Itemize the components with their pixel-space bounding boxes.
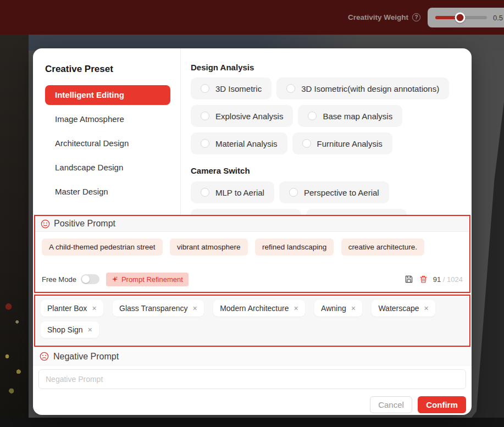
radio-icon (289, 188, 298, 197)
keyword-chip-waterscape[interactable]: Waterscape × (372, 300, 435, 317)
close-icon[interactable]: × (351, 304, 356, 313)
slider-value: 0.5 (493, 14, 503, 22)
background-image-left (0, 35, 29, 418)
creativity-weight-label: Creativity Weight ? (348, 13, 420, 21)
option-label: 3D Isometric (215, 84, 262, 93)
negative-prompt-title: Negative Prompt (53, 352, 119, 362)
app-screenshot: Creativity Weight ? 0.5 Creative Preset … (0, 0, 504, 427)
option-furniture-analysis[interactable]: Furniture Analysis (292, 132, 392, 154)
option-perspective-to-aerial[interactable]: Perspective to Aerial (279, 181, 389, 203)
chip-label: Waterscape (378, 304, 419, 313)
option-label: Explosive Analysis (215, 112, 283, 121)
option-label: 3D Isometric(with design annotations) (301, 84, 439, 93)
background-bottom-strip (0, 418, 504, 427)
sidebar-item-master-design[interactable]: Master Design (45, 182, 170, 202)
confirm-button[interactable]: Confirm (418, 396, 466, 413)
option-label: Material Analysis (215, 139, 278, 148)
option-3d-isometric[interactable]: 3D Isometric (191, 77, 272, 99)
camera-switch-options: MLP to Aerial Perspective to Aerial Aeri… (191, 181, 464, 215)
positive-prompt-section: Positive Prompt A child-themed pedestria… (34, 215, 470, 293)
radio-icon (201, 112, 209, 120)
keyword-chip-modern-architecture[interactable]: Modern Architecture × (213, 300, 304, 317)
char-count: 91 (433, 275, 441, 284)
prompt-controls-row: Free Mode Prompt Refinement (42, 272, 463, 286)
save-prompt-button[interactable] (405, 275, 413, 284)
option-aerial-to-perspective[interactable]: Aerial to Perspective (191, 209, 301, 215)
negative-prompt-input-wrap (33, 365, 472, 389)
design-analysis-options: 3D Isometric 3D Isometric(with design an… (191, 77, 464, 160)
preset-options-panel: Design Analysis 3D Isometric 3D Isometri… (181, 48, 472, 215)
keyword-chip-shop-sign[interactable]: Shop Sign × (41, 321, 99, 338)
option-mlp-to-aerial[interactable]: MLP to Aerial (191, 181, 274, 203)
close-icon[interactable]: × (293, 304, 298, 313)
option-3d-isometric-annotations[interactable]: 3D Isometric(with design annotations) (276, 77, 449, 99)
prompt-refinement-button[interactable]: Prompt Refinement (106, 273, 189, 286)
radio-icon (201, 84, 209, 93)
chip-label: Shop Sign (47, 325, 83, 334)
keyword-chips-section: Planter Box × Glass Transparency × Moder… (34, 295, 470, 347)
keyword-chip-awning[interactable]: Awning × (314, 300, 362, 317)
negative-prompt-header: Negative Prompt (33, 348, 472, 365)
sidebar-item-image-atmosphere[interactable]: Image Atmosphere (45, 109, 170, 129)
chip-label: Planter Box (47, 304, 87, 313)
option-base-map-analysis[interactable]: Base map Analysis (298, 105, 402, 127)
char-counter: 91 / 1024 (433, 275, 463, 284)
background-image-right (472, 102, 504, 418)
close-icon[interactable]: × (92, 304, 96, 313)
radio-icon (286, 84, 295, 93)
chip-label: Awning (321, 304, 346, 313)
close-icon[interactable]: × (424, 304, 429, 313)
sparkle-icon (112, 276, 118, 282)
chip-label: Modern Architecture (220, 304, 289, 313)
trash-icon (419, 275, 428, 284)
free-mode-toggle[interactable] (81, 274, 99, 284)
dialog-footer: Cancel Confirm (33, 389, 472, 413)
option-material-analysis[interactable]: Material Analysis (191, 132, 287, 154)
slider-track[interactable] (435, 16, 487, 19)
close-icon[interactable]: × (193, 304, 197, 313)
option-label: Perspective to Aerial (304, 188, 379, 197)
keyword-chip-planter-box[interactable]: Planter Box × (41, 300, 103, 317)
smiley-icon (41, 219, 50, 229)
save-icon (405, 275, 413, 284)
radio-icon (302, 139, 311, 148)
toggle-knob (82, 275, 90, 283)
creativity-weight-text: Creativity Weight (348, 13, 408, 21)
radio-icon (201, 139, 209, 148)
prompt-tag[interactable]: A child-themed pedestrian street (42, 239, 163, 256)
option-explosive-analysis[interactable]: Explosive Analysis (191, 105, 293, 127)
positive-prompt-header: Positive Prompt (35, 216, 469, 232)
slider-handle[interactable] (455, 13, 466, 23)
dialog-upper-area: Creative Preset Intelligent Editing Imag… (33, 48, 472, 215)
option-label: Furniture Analysis (317, 139, 383, 148)
help-icon[interactable]: ? (412, 13, 420, 21)
sidebar-item-landscape-design[interactable]: Landscape Design (45, 158, 170, 178)
creative-preset-sidebar: Creative Preset Intelligent Editing Imag… (33, 48, 180, 215)
option-elevation-drawing[interactable]: Elevation Drawing (306, 209, 407, 215)
chip-label: Glass Transparency (119, 304, 188, 313)
sidebar-item-architectural-design[interactable]: Architectural Design (45, 134, 170, 153)
prompt-refinement-label: Prompt Refinement (121, 275, 183, 284)
positive-prompt-body: A child-themed pedestrian street vibrant… (35, 232, 469, 292)
keyword-chip-glass-transparency[interactable]: Glass Transparency × (113, 300, 204, 317)
prompt-tag[interactable]: vibrant atmosphere (170, 239, 248, 256)
char-separator: / (441, 275, 447, 284)
creativity-weight-slider[interactable]: 0.5 (428, 8, 504, 27)
radio-icon (201, 188, 209, 197)
radio-icon (308, 112, 317, 120)
negative-prompt-input[interactable] (38, 369, 466, 389)
cancel-button[interactable]: Cancel (370, 396, 412, 413)
delete-prompt-button[interactable] (419, 275, 428, 284)
sidebar-title: Creative Preset (45, 64, 170, 75)
option-label: Base map Analysis (323, 112, 392, 121)
prompt-tag[interactable]: refined landscaping (255, 239, 334, 256)
design-analysis-title: Design Analysis (191, 63, 464, 72)
positive-prompt-title: Positive Prompt (54, 219, 115, 229)
char-limit: 1024 (447, 275, 463, 284)
camera-switch-title: Camera Switch (191, 167, 464, 175)
sidebar-item-intelligent-editing[interactable]: Intelligent Editing (45, 85, 170, 105)
option-label: MLP to Aerial (215, 188, 264, 197)
prompt-tag[interactable]: creative architecture. (341, 239, 424, 256)
close-icon[interactable]: × (88, 325, 92, 334)
prompt-tags: A child-themed pedestrian street vibrant… (42, 239, 463, 256)
